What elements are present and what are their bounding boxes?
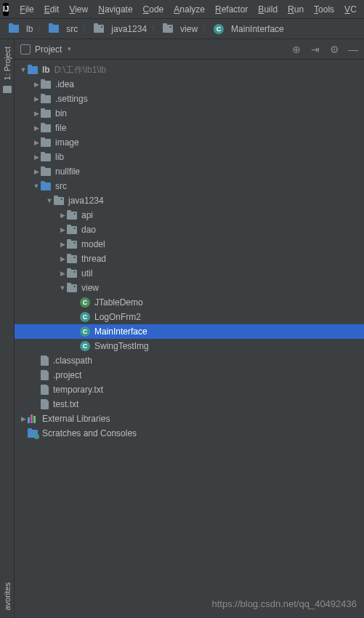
tree-item-maininterface[interactable]: CMainInterface	[15, 324, 364, 339]
chevron-right-icon[interactable]: ▶	[32, 95, 41, 103]
tree-item-scratches-and-consoles[interactable]: Scratches and Consoles	[15, 426, 364, 441]
tool-window-project-tab[interactable]: 1: Project	[3, 44, 12, 83]
tree-item-external-libraries[interactable]: ▶External Libraries	[15, 412, 364, 426]
breadcrumb-separator: 〉	[151, 24, 158, 34]
project-view-icon	[20, 44, 31, 55]
tree-item-dao[interactable]: ▶dao	[15, 222, 364, 237]
chevron-down-icon[interactable]: ▼	[32, 182, 41, 190]
tree-item-model[interactable]: ▶model	[15, 237, 364, 252]
package-icon	[67, 270, 77, 278]
tree-item-image[interactable]: ▶image	[15, 135, 364, 150]
panel-header: Project ▼ ⊕ ⇥ ⚙ —	[15, 39, 364, 60]
breadcrumb-src[interactable]: src	[46, 23, 81, 36]
tree-item-lb[interactable]: ▼lbD:\工作\lb1\lb	[15, 63, 364, 77]
menu-refactor[interactable]: Refactor	[210, 2, 253, 17]
tree-item-label: api	[81, 210, 93, 220]
tree-item-label: .classpath	[53, 356, 92, 366]
breadcrumb-view[interactable]: view	[160, 23, 201, 36]
tree-item-hint: D:\工作\lb1\lb	[54, 64, 106, 76]
tree-item-java1234[interactable]: ▼java1234	[15, 193, 364, 208]
tree-item-label: file	[55, 123, 66, 133]
tree-item-view[interactable]: ▼view	[15, 281, 364, 295]
tree-item-swingtestimg[interactable]: CSwingTestImg	[15, 339, 364, 353]
chevron-down-icon[interactable]: ▼	[19, 66, 28, 73]
tree-item-nullfile[interactable]: ▶nullfile	[15, 164, 364, 179]
tree-item-src[interactable]: ▼src	[15, 179, 364, 193]
chevron-right-icon[interactable]: ▶	[58, 212, 67, 219]
menu-navigate[interactable]: Navigate	[93, 2, 137, 17]
project-panel: Project ▼ ⊕ ⇥ ⚙ — ▼lbD:\工作\lb1\lb▶.idea▶…	[15, 39, 364, 618]
package-icon	[163, 25, 173, 33]
collapse-icon[interactable]: ⇥	[310, 44, 320, 55]
chevron-right-icon[interactable]: ▶	[32, 124, 41, 132]
breadcrumb-java1234[interactable]: java1234	[91, 23, 150, 36]
tree-item-label: .idea	[55, 79, 74, 89]
chevron-down-icon[interactable]: ▼	[58, 284, 67, 292]
chevron-right-icon[interactable]: ▶	[32, 139, 41, 146]
package-icon	[54, 197, 64, 205]
menu-code[interactable]: Code	[138, 2, 169, 17]
tool-window-favorites-tab[interactable]: avorites	[3, 579, 12, 614]
package-icon	[67, 284, 77, 292]
tree-item-logonfrm2[interactable]: CLogOnFrm2	[15, 310, 364, 324]
breadcrumb-maininterface[interactable]: CMainInterface	[211, 23, 287, 36]
project-tree[interactable]: ▼lbD:\工作\lb1\lb▶.idea▶.settings▶bin▶file…	[15, 60, 364, 618]
menu-analyze[interactable]: Analyze	[169, 2, 210, 17]
tree-item-test-txt[interactable]: test.txt	[15, 397, 364, 412]
chevron-right-icon[interactable]: ▶	[58, 241, 67, 248]
folder-icon	[41, 182, 51, 190]
tree-item-thread[interactable]: ▶thread	[15, 252, 364, 266]
breadcrumb-separator: 〉	[202, 24, 209, 34]
file-icon	[41, 370, 49, 380]
menu-file[interactable]: File	[15, 2, 39, 17]
tree-item-label: .settings	[55, 94, 88, 104]
chevron-right-icon[interactable]: ▶	[32, 168, 41, 175]
chevron-right-icon[interactable]: ▶	[32, 153, 41, 161]
tree-item-jtabledemo[interactable]: CJTableDemo	[15, 295, 364, 310]
chevron-right-icon[interactable]: ▶	[58, 255, 67, 262]
tree-item-label: LogOnFrm2	[94, 312, 141, 322]
menu-build[interactable]: Build	[253, 2, 283, 17]
tree-item-lib[interactable]: ▶lib	[15, 150, 364, 164]
tree-item-bin[interactable]: ▶bin	[15, 106, 364, 121]
locate-icon[interactable]: ⊕	[291, 44, 302, 55]
chevron-right-icon[interactable]: ▶	[19, 415, 28, 422]
tree-item-util[interactable]: ▶util	[15, 266, 364, 281]
minimize-icon[interactable]: —	[348, 44, 358, 55]
tree-item-label: model	[81, 239, 105, 249]
menu-view[interactable]: View	[64, 2, 93, 17]
panel-actions: ⊕ ⇥ ⚙ —	[291, 44, 358, 55]
menu-vc[interactable]: VC	[339, 2, 362, 17]
chevron-right-icon[interactable]: ▶	[58, 270, 67, 277]
chevron-right-icon[interactable]: ▶	[32, 81, 41, 88]
tree-item--settings[interactable]: ▶.settings	[15, 92, 364, 106]
tree-item--project[interactable]: .project	[15, 368, 364, 382]
class-icon: C	[80, 297, 90, 308]
menu-tools[interactable]: Tools	[309, 2, 339, 17]
main-area: 1: Project avorites Project ▼ ⊕ ⇥ ⚙ — ▼l…	[0, 39, 364, 618]
left-sidebar: 1: Project avorites	[0, 39, 15, 618]
folder-icon	[41, 139, 51, 147]
tree-item-label: lib	[55, 152, 64, 162]
menu-edit[interactable]: Edit	[39, 2, 65, 17]
tree-item--classpath[interactable]: .classpath	[15, 353, 364, 368]
tree-item-label: src	[55, 181, 67, 191]
folder-icon	[41, 168, 51, 176]
tree-item-file[interactable]: ▶file	[15, 121, 364, 135]
tree-item-label: SwingTestImg	[94, 341, 149, 351]
panel-title-label: Project	[35, 44, 62, 55]
folder-icon	[41, 124, 51, 132]
gear-icon[interactable]: ⚙	[329, 44, 339, 55]
chevron-right-icon[interactable]: ▶	[58, 226, 67, 233]
breadcrumb-bar: lb〉src〉java1234〉view〉CMainInterface	[0, 19, 364, 39]
chevron-down-icon[interactable]: ▼	[45, 197, 54, 204]
panel-title[interactable]: Project ▼	[20, 44, 72, 55]
tree-item-api[interactable]: ▶api	[15, 208, 364, 222]
chevron-right-icon[interactable]: ▶	[32, 110, 41, 117]
tree-item-temporary-txt[interactable]: temporary.txt	[15, 382, 364, 397]
tree-item--idea[interactable]: ▶.idea	[15, 77, 364, 92]
folder-icon	[41, 81, 51, 89]
breadcrumb-label: java1234	[111, 24, 147, 34]
breadcrumb-lb[interactable]: lb	[6, 23, 36, 36]
menu-run[interactable]: Run	[283, 2, 309, 17]
